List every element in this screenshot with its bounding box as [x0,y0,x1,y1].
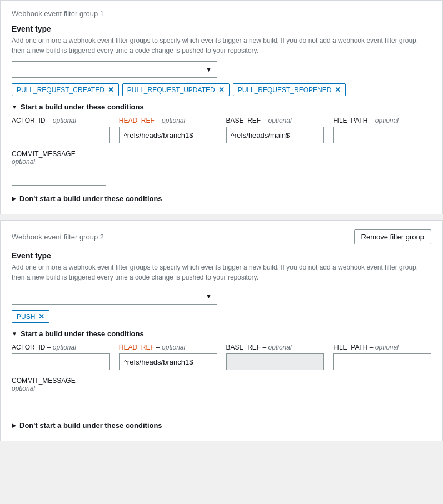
group1-event-type-description: Add one or more a webhook event filter g… [12,36,431,56]
group2-head-ref-field: HEAD_REF – optional [119,343,217,370]
group2-start-conditions-header[interactable]: ▼ Start a build under these conditions [12,330,431,338]
group1-dont-start-section[interactable]: ▶ Don't start a build under these condit… [12,194,431,203]
group1-event-type-select[interactable] [12,61,217,78]
group1-file-path-input[interactable] [333,127,431,143]
group1-start-conditions-header[interactable]: ▼ Start a build under these conditions [12,103,431,111]
group1-event-type-label: Event type [12,24,431,33]
group1-event-type-dropdown-wrapper: ▼ [12,61,431,78]
group2-event-type-label: Event type [12,251,431,260]
tag-push: PUSH ✕ [12,310,49,323]
group2-actor-id-field: ACTOR_ID – optional [12,343,110,370]
page-wrapper: Webhook event filter group 1 Event type … [0,0,443,441]
group1-base-ref-field: BASE_REF – optional [226,117,325,143]
group1-head-ref-input[interactable] [119,127,217,143]
group2-base-ref-input [226,353,325,370]
group2-head-ref-label: HEAD_REF – optional [119,343,217,351]
group2-fields-grid: ACTOR_ID – optional HEAD_REF – optional … [12,343,431,370]
group1-commit-message-section: COMMIT_MESSAGE –optional [12,150,431,186]
group2-event-type-select[interactable] [12,288,217,305]
group2-dont-start-label: Don't start a build under these conditio… [19,421,162,430]
group1-file-path-label: FILE_PATH – optional [333,117,431,124]
tag-pull-request-updated-label: PULL_REQUEST_UPDATED [127,86,215,94]
group2-title: Webhook event filter group 2 [12,233,104,241]
tag-pull-request-reopened: PULL_REQUEST_REOPENED ✕ [233,83,346,96]
group2-event-type-description: Add one or more a webhook event filter g… [12,262,431,282]
group2-dont-start-triangle-icon: ▶ [12,422,16,428]
remove-filter-group-button[interactable]: Remove filter group [354,229,431,244]
group1-actor-id-label: ACTOR_ID – optional [12,117,110,124]
group2-base-ref-label: BASE_REF – optional [226,343,325,351]
group1-file-path-field: FILE_PATH – optional [333,117,431,143]
tag-pull-request-created-remove[interactable]: ✕ [108,86,114,94]
group1-tags-container: PULL_REQUEST_CREATED ✕ PULL_REQUEST_UPDA… [12,83,431,96]
group1-title: Webhook event filter group 1 [12,9,104,18]
tag-pull-request-created: PULL_REQUEST_CREATED ✕ [12,83,119,96]
group1-commit-message-label: COMMIT_MESSAGE –optional [12,150,431,166]
group2-actor-id-label: ACTOR_ID – optional [12,343,110,351]
tag-pull-request-updated-remove[interactable]: ✕ [218,86,225,94]
tag-push-remove[interactable]: ✕ [38,312,44,321]
group1-start-conditions: ▼ Start a build under these conditions A… [12,103,431,186]
tag-pull-request-reopened-remove[interactable]: ✕ [335,86,341,94]
tag-push-label: PUSH [17,313,35,321]
group2-start-conditions-triangle-icon: ▼ [12,331,17,337]
group2-start-conditions-label: Start a build under these conditions [21,330,144,338]
group1-start-conditions-triangle-icon: ▼ [12,104,17,110]
group1-actor-id-field: ACTOR_ID – optional [12,117,110,143]
group1-actor-id-input[interactable] [12,127,110,143]
group2-header: Webhook event filter group 2 Remove filt… [12,229,431,244]
group2-file-path-field: FILE_PATH – optional [333,343,431,370]
group1-base-ref-input[interactable] [226,127,325,143]
tag-pull-request-updated: PULL_REQUEST_UPDATED ✕ [122,83,230,96]
group2-actor-id-input[interactable] [12,353,110,370]
group2-commit-message-label: COMMIT_MESSAGE –optional [12,377,431,392]
group2-commit-message-input[interactable] [12,396,106,412]
filter-group-1: Webhook event filter group 1 Event type … [0,0,443,214]
group1-fields-grid: ACTOR_ID – optional HEAD_REF – optional … [12,117,431,143]
group2-event-type-dropdown-wrapper: ▼ [12,288,431,305]
group2-dont-start-section[interactable]: ▶ Don't start a build under these condit… [12,421,431,430]
group2-base-ref-field: BASE_REF – optional [226,343,325,370]
group1-head-ref-label: HEAD_REF – optional [119,117,217,124]
group1-start-conditions-label: Start a build under these conditions [21,103,144,111]
group2-file-path-input[interactable] [333,353,431,370]
tag-pull-request-reopened-label: PULL_REQUEST_REOPENED [238,86,332,94]
group2-tags-container: PUSH ✕ [12,310,431,323]
tag-pull-request-created-label: PULL_REQUEST_CREATED [17,86,104,94]
group1-commit-message-input[interactable] [12,169,106,186]
group1-dont-start-triangle-icon: ▶ [12,196,16,202]
group2-file-path-label: FILE_PATH – optional [333,343,431,351]
filter-group-2: Webhook event filter group 2 Remove filt… [0,220,443,441]
group2-commit-message-section: COMMIT_MESSAGE –optional [12,377,431,412]
group2-start-conditions: ▼ Start a build under these conditions A… [12,330,431,412]
group1-dont-start-label: Don't start a build under these conditio… [19,194,162,203]
group1-header: Webhook event filter group 1 [12,9,431,18]
group1-head-ref-field: HEAD_REF – optional [119,117,217,143]
group2-head-ref-input[interactable] [119,353,217,370]
group1-base-ref-label: BASE_REF – optional [226,117,325,124]
